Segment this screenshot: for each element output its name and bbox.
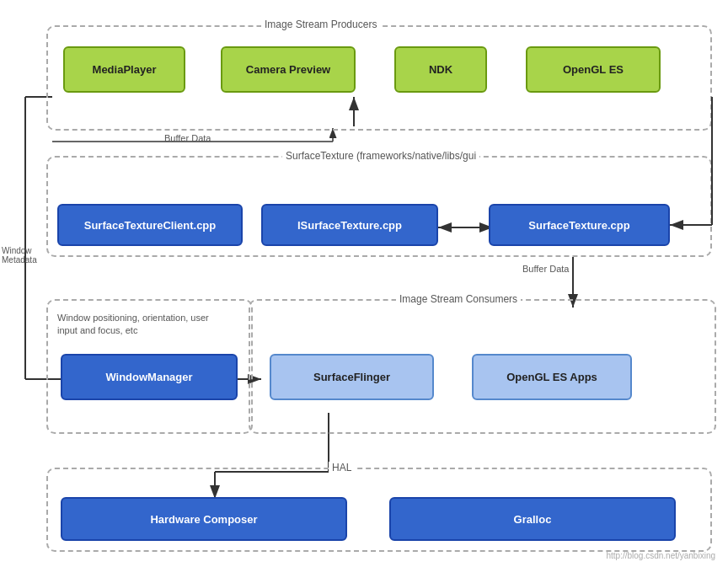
surface-texture-box: SurfaceTexture.cpp	[489, 204, 670, 246]
mediaplayer-box: MediaPlayer	[63, 46, 185, 93]
isurface-texture-box: ISurfaceTexture.cpp	[261, 204, 438, 246]
surface-texture-client-box: SurfaceTextureClient.cpp	[57, 204, 243, 246]
opengl-es-box: OpenGL ES	[526, 46, 661, 93]
consumers-label: Image Stream Consumers	[396, 293, 521, 305]
opengl-es-apps-box: OpenGL ES Apps	[472, 354, 632, 400]
window-metadata-label: Window Metadata	[2, 246, 52, 265]
gralloc-box: Gralloc	[389, 497, 676, 541]
ndk-box: NDK	[394, 46, 487, 93]
hal-label: HAL	[329, 462, 355, 473]
watermark: http://blog.csdn.net/yanbixing	[606, 551, 715, 560]
buffer-data-right-label: Buffer Data	[522, 264, 569, 274]
diagram: Image Stream Producers MediaPlayer Camer…	[0, 0, 728, 567]
producers-label: Image Stream Producers	[261, 19, 380, 30]
hardware-composer-box: Hardware Composer	[61, 497, 347, 541]
surface-texture-label: SurfaceTexture (frameworks/native/libs/g…	[282, 150, 479, 162]
camera-preview-box: Camera Preview	[221, 46, 356, 93]
window-desc-text: Window positioning, orientation, userinp…	[57, 312, 209, 338]
surface-flinger-box: SurfaceFlinger	[270, 354, 434, 400]
window-manager-box: WindowManager	[61, 354, 238, 400]
buffer-data-top-label: Buffer Data	[164, 133, 211, 143]
